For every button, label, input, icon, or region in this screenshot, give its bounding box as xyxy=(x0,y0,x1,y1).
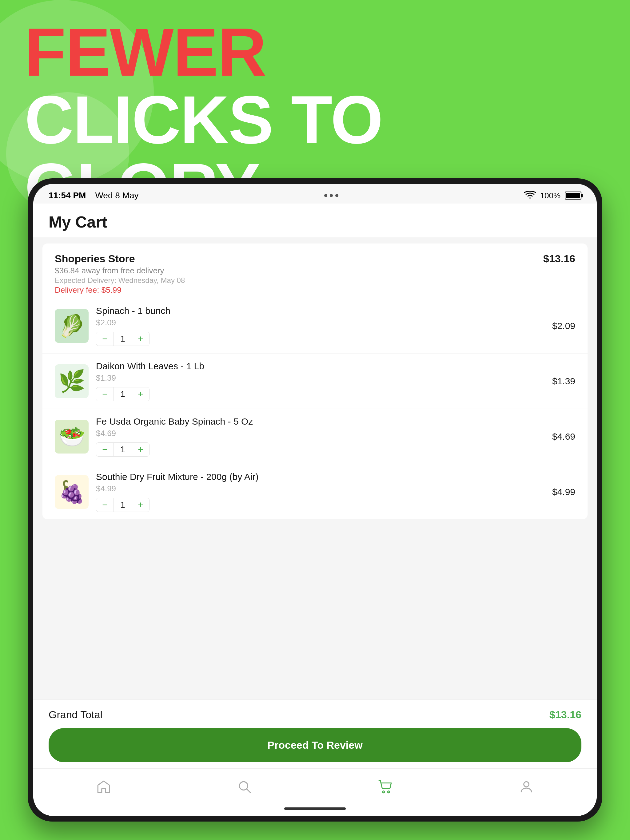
qty-decrease-spinach[interactable]: − xyxy=(96,332,114,346)
cart-section: Shoperies Store $36.84 away from free de… xyxy=(33,237,597,699)
app-content: My Cart Shoperies Store $36.84 away from… xyxy=(33,204,597,816)
qty-control-daikon: − 1 + xyxy=(96,387,149,401)
status-center xyxy=(324,194,339,197)
store-header: Shoperies Store $36.84 away from free de… xyxy=(43,243,587,298)
sidebar-item-home[interactable] xyxy=(84,776,123,797)
qty-num-daikon: 1 xyxy=(114,387,132,401)
spinach-emoji: 🥬 xyxy=(59,315,85,337)
device-frame: 11:54 PM Wed 8 May 100% xyxy=(28,178,602,821)
organic-emoji: 🥗 xyxy=(59,426,85,447)
item-name-daikon: Daikon With Leaves - 1 Lb xyxy=(96,361,537,371)
device-screen: 11:54 PM Wed 8 May 100% xyxy=(33,184,597,816)
battery-percent: 100% xyxy=(540,191,561,201)
svg-point-2 xyxy=(388,791,389,793)
qty-control-organic: − 1 + xyxy=(96,442,149,456)
item-unit-price-spinach: $2.09 xyxy=(96,318,537,327)
store-total: $13.16 xyxy=(543,253,575,265)
qty-control-fruit: − 1 + xyxy=(96,498,149,512)
item-image-organic: 🥗 xyxy=(55,420,89,453)
cart-spacer xyxy=(33,526,597,699)
item-details-daikon: Daikon With Leaves - 1 Lb $1.39 − 1 + xyxy=(96,361,537,401)
item-price-organic: $4.69 xyxy=(545,431,575,442)
table-row: 🥬 Spinach - 1 bunch $2.09 − 1 + xyxy=(43,298,587,354)
qty-num-organic: 1 xyxy=(114,443,132,456)
battery-body xyxy=(565,191,581,199)
fruit-emoji: 🍇 xyxy=(59,481,85,503)
wifi-icon xyxy=(524,191,536,200)
status-date: Wed 8 May xyxy=(95,191,138,201)
item-unit-price-fruit: $4.99 xyxy=(96,484,537,494)
item-details-organic: Fe Usda Organic Baby Spinach - 5 Oz $4.6… xyxy=(96,416,537,456)
sidebar-item-account[interactable] xyxy=(507,776,546,797)
item-name-fruit: Southie Dry Fruit Mixture - 200g (by Air… xyxy=(96,472,537,482)
table-row: 🌿 Daikon With Leaves - 1 Lb $1.39 − 1 + xyxy=(43,354,587,409)
battery-icon xyxy=(565,191,581,199)
cart-footer: Grand Total $13.16 Proceed To Review xyxy=(33,699,597,768)
item-image-spinach: 🥬 xyxy=(55,309,89,343)
account-icon xyxy=(519,779,534,794)
grand-total-value: $13.16 xyxy=(549,709,581,721)
status-left: 11:54 PM Wed 8 May xyxy=(49,191,139,201)
sidebar-item-cart[interactable] xyxy=(366,776,405,797)
page-title: My Cart xyxy=(49,213,581,231)
qty-increase-daikon[interactable]: + xyxy=(132,387,149,401)
item-name-organic: Fe Usda Organic Baby Spinach - 5 Oz xyxy=(96,416,537,427)
svg-point-1 xyxy=(383,791,385,793)
table-row: 🥗 Fe Usda Organic Baby Spinach - 5 Oz $4… xyxy=(43,409,587,464)
qty-decrease-fruit[interactable]: − xyxy=(96,498,114,512)
sidebar-item-search[interactable] xyxy=(225,776,264,797)
item-image-daikon: 🌿 xyxy=(55,364,89,398)
store-delivery-date: Expected Delivery: Wednesday, May 08 xyxy=(55,276,185,285)
store-card: Shoperies Store $36.84 away from free de… xyxy=(43,243,587,519)
home-icon xyxy=(96,779,111,794)
bottom-nav xyxy=(33,768,597,804)
home-indicator xyxy=(33,804,597,816)
store-delivery-away: $36.84 away from free delivery xyxy=(55,266,185,275)
store-delivery-fee: Delivery fee: $5.99 xyxy=(55,285,185,295)
grand-total-label: Grand Total xyxy=(49,709,103,721)
cart-items-list: 🥬 Spinach - 1 bunch $2.09 − 1 + xyxy=(43,298,587,519)
item-name-spinach: Spinach - 1 bunch xyxy=(96,306,537,316)
qty-num-fruit: 1 xyxy=(114,498,132,512)
daikon-emoji: 🌿 xyxy=(59,371,85,392)
home-bar xyxy=(284,807,346,810)
table-row: 🍇 Southie Dry Fruit Mixture - 200g (by A… xyxy=(43,464,587,519)
item-price-fruit: $4.99 xyxy=(545,487,575,497)
svg-point-3 xyxy=(524,782,529,787)
grand-total-row: Grand Total $13.16 xyxy=(49,709,581,721)
item-image-fruit: 🍇 xyxy=(55,475,89,509)
status-dot-1 xyxy=(324,194,327,197)
item-price-spinach: $2.09 xyxy=(545,321,575,331)
item-unit-price-daikon: $1.39 xyxy=(96,373,537,383)
qty-increase-spinach[interactable]: + xyxy=(132,332,149,346)
qty-decrease-daikon[interactable]: − xyxy=(96,387,114,401)
battery-fill xyxy=(566,193,580,198)
cart-icon xyxy=(378,779,393,794)
item-price-daikon: $1.39 xyxy=(545,376,575,387)
qty-control-spinach: − 1 + xyxy=(96,332,149,346)
status-bar: 11:54 PM Wed 8 May 100% xyxy=(33,184,597,204)
qty-increase-fruit[interactable]: + xyxy=(132,498,149,512)
status-right: 100% xyxy=(524,191,582,201)
qty-num-spinach: 1 xyxy=(114,332,132,346)
item-details-fruit: Southie Dry Fruit Mixture - 200g (by Air… xyxy=(96,472,537,512)
item-details-spinach: Spinach - 1 bunch $2.09 − 1 + xyxy=(96,306,537,346)
store-name: Shoperies Store xyxy=(55,253,185,265)
search-icon xyxy=(237,779,252,794)
status-dot-3 xyxy=(335,194,339,197)
status-dot-2 xyxy=(330,194,333,197)
item-unit-price-organic: $4.69 xyxy=(96,429,537,438)
status-time: 11:54 PM xyxy=(49,191,86,201)
proceed-to-review-button[interactable]: Proceed To Review xyxy=(49,728,581,762)
page-title-bar: My Cart xyxy=(33,204,597,237)
hero-line1: FEWER xyxy=(25,19,605,86)
store-info: Shoperies Store $36.84 away from free de… xyxy=(55,253,185,295)
qty-increase-organic[interactable]: + xyxy=(132,443,149,456)
qty-decrease-organic[interactable]: − xyxy=(96,443,114,456)
